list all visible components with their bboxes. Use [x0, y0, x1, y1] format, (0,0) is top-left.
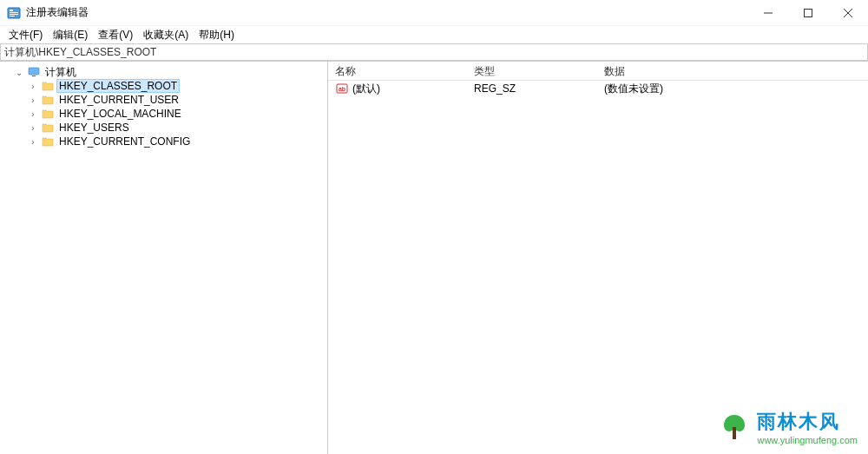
chevron-right-icon[interactable]: › [28, 82, 38, 91]
tree-node-label: HKEY_LOCAL_MACHINE [57, 108, 183, 120]
folder-icon [41, 80, 55, 92]
tree-root-computer[interactable]: ⌄ 计算机 [0, 65, 327, 79]
tree-hive-hkey-classes-root[interactable]: › HKEY_CLASSES_ROOT [0, 79, 327, 93]
regedit-icon [7, 6, 21, 20]
svg-rect-6 [805, 9, 812, 16]
svg-text:ab: ab [339, 86, 345, 92]
menu-favorites[interactable]: 收藏夹(A) [138, 26, 194, 44]
column-header-data[interactable]: 数据 [597, 62, 868, 80]
tree-node-label: HKEY_CURRENT_CONFIG [57, 135, 192, 148]
menu-edit[interactable]: 编辑(E) [48, 26, 93, 44]
tree-node-label: HKEY_CURRENT_USER [57, 94, 181, 106]
close-button[interactable] [828, 0, 868, 25]
computer-icon [27, 66, 41, 78]
minimize-button[interactable] [748, 0, 788, 25]
svg-rect-3 [10, 14, 18, 15]
cell-name: ab (默认) [328, 82, 467, 96]
svg-rect-9 [29, 68, 39, 75]
tree-hive-hkey-local-machine[interactable]: › HKEY_LOCAL_MACHINE [0, 107, 327, 121]
column-header-type[interactable]: 类型 [467, 62, 597, 80]
string-value-icon: ab [335, 82, 349, 95]
folder-icon [41, 108, 55, 120]
menu-view[interactable]: 查看(V) [93, 26, 138, 44]
address-text: 计算机\HKEY_CLASSES_ROOT [4, 45, 156, 60]
titlebar: 注册表编辑器 [0, 0, 868, 26]
maximize-button[interactable] [788, 0, 828, 25]
tree-hive-hkey-current-config[interactable]: › HKEY_CURRENT_CONFIG [0, 135, 327, 148]
tree-node-label: 计算机 [43, 65, 78, 80]
chevron-right-icon[interactable]: › [28, 123, 38, 133]
list-pane[interactable]: 名称 类型 数据 ab (默认) REG_SZ (数值未设置) [328, 62, 868, 454]
address-bar[interactable]: 计算机\HKEY_CLASSES_ROOT [0, 43, 868, 61]
folder-icon [41, 94, 55, 106]
column-header-name[interactable]: 名称 [328, 62, 467, 80]
svg-rect-2 [10, 12, 18, 13]
cell-type: REG_SZ [467, 82, 597, 95]
window-title: 注册表编辑器 [26, 5, 748, 20]
tree-node-label: HKEY_USERS [57, 122, 131, 134]
svg-rect-10 [32, 76, 36, 76]
folder-icon [41, 122, 55, 134]
tree-pane[interactable]: ⌄ 计算机 › HKEY_CLASSES_ROOT › HKEY_CURRENT… [0, 62, 328, 454]
value-name: (默认) [352, 82, 380, 96]
tree-node-label: HKEY_CLASSES_ROOT [57, 80, 179, 92]
main-split: ⌄ 计算机 › HKEY_CLASSES_ROOT › HKEY_CURRENT… [0, 61, 868, 454]
svg-rect-4 [10, 16, 15, 16]
folder-icon [41, 135, 55, 148]
chevron-right-icon[interactable]: › [28, 95, 38, 105]
cell-data: (数值未设置) [597, 82, 868, 96]
chevron-down-icon[interactable]: ⌄ [14, 68, 24, 77]
tree-hive-hkey-users[interactable]: › HKEY_USERS [0, 121, 327, 135]
menu-help[interactable]: 帮助(H) [194, 26, 240, 44]
chevron-right-icon[interactable]: › [28, 109, 38, 119]
window-controls [748, 0, 868, 25]
svg-rect-1 [10, 10, 13, 11]
menu-file[interactable]: 文件(F) [3, 26, 48, 44]
tree-hive-hkey-current-user[interactable]: › HKEY_CURRENT_USER [0, 93, 327, 107]
list-row[interactable]: ab (默认) REG_SZ (数值未设置) [328, 81, 868, 96]
menubar: 文件(F) 编辑(E) 查看(V) 收藏夹(A) 帮助(H) [0, 26, 868, 43]
chevron-right-icon[interactable]: › [28, 137, 38, 147]
list-header: 名称 类型 数据 [328, 62, 868, 81]
